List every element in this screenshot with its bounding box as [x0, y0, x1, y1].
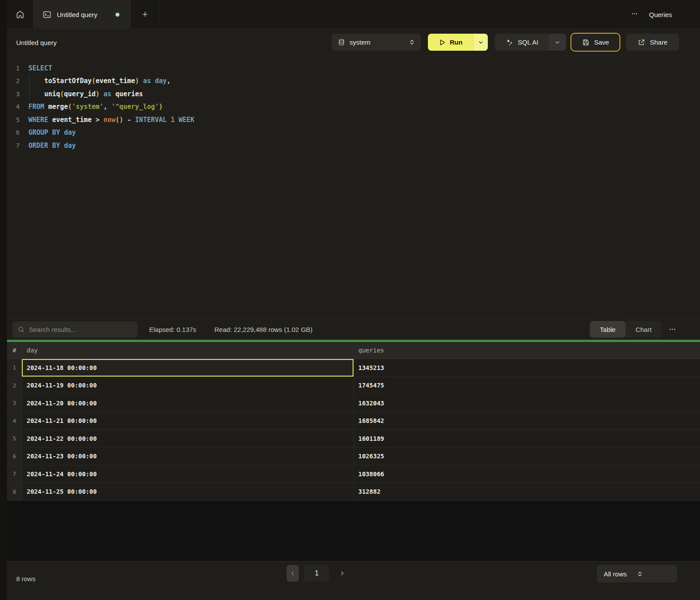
cell-queries[interactable]: 1038066: [354, 465, 700, 483]
row-number: 5: [7, 430, 22, 447]
results-table: # day queries 12024-11-18 00:00:00134521…: [7, 342, 700, 501]
share-button[interactable]: Share: [626, 34, 679, 51]
code-line[interactable]: 3 uniq(query_id) as queries: [7, 87, 700, 101]
table-header-row: # day queries: [7, 342, 700, 359]
current-page-button[interactable]: 1: [304, 565, 329, 582]
cell-queries[interactable]: 1685842: [354, 412, 700, 430]
tab-untitled-query[interactable]: Untitled query: [33, 0, 131, 29]
page-size-select[interactable]: All rows: [597, 565, 677, 583]
code-line[interactable]: 2 toStartOfDay(event_time) as day,: [7, 75, 700, 88]
row-number: 8: [7, 483, 22, 501]
line-number: 3: [7, 91, 20, 98]
code-line[interactable]: 5WHERE event_time > now() - INTERVAL 1 W…: [7, 113, 700, 126]
cell-day[interactable]: 2024-11-25 00:00:00: [22, 483, 354, 501]
home-button[interactable]: [7, 0, 33, 29]
line-number: 6: [7, 129, 20, 136]
next-page-button[interactable]: [336, 565, 348, 582]
query-header: Untitled query system Run SQL AI: [7, 29, 700, 56]
run-options-button[interactable]: [473, 34, 488, 51]
page-size-value: All rows: [604, 570, 637, 578]
code-line[interactable]: 7ORDER BY day: [7, 139, 700, 152]
chevron-updown-icon: [409, 39, 415, 45]
cell-queries[interactable]: 312882: [354, 483, 700, 501]
cell-queries[interactable]: 1345213: [354, 359, 700, 377]
new-tab-button[interactable]: +: [131, 0, 160, 29]
row-number: 6: [7, 448, 22, 465]
cell-day[interactable]: 2024-11-21 00:00:00: [22, 412, 354, 430]
search-results-input[interactable]: [29, 326, 133, 333]
row-number: 7: [7, 465, 22, 483]
previous-page-button[interactable]: [287, 565, 299, 582]
column-header-day[interactable]: day: [22, 347, 354, 354]
code-lines: 1SELECT2 toStartOfDay(event_time) as day…: [7, 62, 700, 152]
table-row[interactable]: 12024-11-18 00:00:001345213: [7, 359, 700, 377]
cell-queries[interactable]: 1745475: [354, 377, 700, 394]
column-header-index[interactable]: #: [7, 347, 22, 354]
tab-table-view[interactable]: Table: [590, 321, 626, 338]
sql-editor[interactable]: 1SELECT2 toStartOfDay(event_time) as day…: [7, 56, 700, 318]
read-stat: Read: 22,229,488 rows (1.02 GB): [214, 318, 312, 340]
search-icon: [18, 326, 25, 333]
unsaved-indicator-dot: [116, 13, 119, 17]
results-toolbar: Elapsed: 0.137s Read: 22,229,488 rows (1…: [7, 318, 700, 340]
row-number: 1: [7, 359, 22, 377]
code-line[interactable]: 1SELECT: [7, 62, 700, 75]
code-text: FROM merge('system', '^query_log'): [20, 103, 163, 111]
queries-link[interactable]: Queries: [649, 11, 672, 18]
cell-day-selected[interactable]: 2024-11-18 00:00:00: [22, 359, 354, 377]
table-row[interactable]: 62024-11-23 00:00:001026325: [7, 448, 700, 466]
tab-chart-view[interactable]: Chart: [626, 321, 662, 338]
save-icon: [582, 38, 590, 46]
cell-day[interactable]: 2024-11-23 00:00:00: [22, 448, 354, 465]
table-row[interactable]: 32024-11-20 00:00:001632043: [7, 394, 700, 412]
run-button[interactable]: Run: [428, 34, 473, 51]
tab-title: Untitled query: [57, 11, 110, 18]
search-results-box[interactable]: [12, 321, 138, 338]
sql-ai-label: SQL AI: [518, 38, 539, 46]
save-label: Save: [594, 38, 609, 46]
line-number: 1: [7, 65, 20, 72]
table-row[interactable]: 22024-11-19 00:00:001745475: [7, 377, 700, 395]
database-icon: [338, 38, 345, 46]
line-number: 2: [7, 77, 20, 84]
sql-ai-button[interactable]: SQL AI: [495, 34, 549, 51]
view-toggle: Table Chart: [590, 321, 662, 338]
sql-ai-options-button[interactable]: [549, 34, 566, 51]
run-label: Run: [450, 38, 462, 46]
table-body: 12024-11-18 00:00:00134521322024-11-19 0…: [7, 359, 700, 501]
cell-queries[interactable]: 1026325: [354, 448, 700, 465]
left-rail: [0, 0, 7, 600]
line-number: 4: [7, 103, 20, 110]
results-more-options-icon[interactable]: [668, 318, 676, 340]
cell-queries[interactable]: 1601189: [354, 430, 700, 447]
home-icon: [15, 10, 25, 19]
cell-day[interactable]: 2024-11-24 00:00:00: [22, 465, 354, 483]
row-number: 3: [7, 394, 22, 412]
cell-day[interactable]: 2024-11-19 00:00:00: [22, 377, 354, 394]
share-label: Share: [650, 38, 667, 46]
code-text: GROUP BY day: [20, 129, 76, 136]
line-number: 5: [7, 116, 20, 123]
save-button[interactable]: Save: [570, 33, 620, 52]
results-footer: 8 rows 1 All rows: [7, 561, 700, 600]
code-line[interactable]: 4FROM merge('system', '^query_log'): [7, 101, 700, 114]
line-number: 7: [7, 142, 20, 149]
table-row[interactable]: 82024-11-25 00:00:00312882: [7, 483, 700, 501]
more-options-icon[interactable]: [631, 10, 638, 19]
cell-day[interactable]: 2024-11-22 00:00:00: [22, 430, 354, 447]
code-line[interactable]: 6GROUP BY day: [7, 126, 700, 140]
row-number: 4: [7, 412, 22, 430]
indent-guide: [29, 75, 30, 100]
play-icon: [438, 39, 445, 46]
run-button-group: Run: [428, 34, 488, 51]
cell-day[interactable]: 2024-11-20 00:00:00: [22, 394, 354, 412]
cell-queries[interactable]: 1632043: [354, 394, 700, 412]
table-row[interactable]: 72024-11-24 00:00:001038066: [7, 465, 700, 483]
database-select[interactable]: system: [332, 34, 421, 51]
terminal-icon: [42, 10, 52, 19]
code-text: toStartOfDay(event_time) as day,: [20, 77, 171, 85]
table-row[interactable]: 52024-11-22 00:00:001601189: [7, 430, 700, 448]
code-text: uniq(query_id) as queries: [20, 90, 143, 98]
column-header-queries[interactable]: queries: [354, 347, 700, 354]
table-row[interactable]: 42024-11-21 00:00:001685842: [7, 412, 700, 430]
